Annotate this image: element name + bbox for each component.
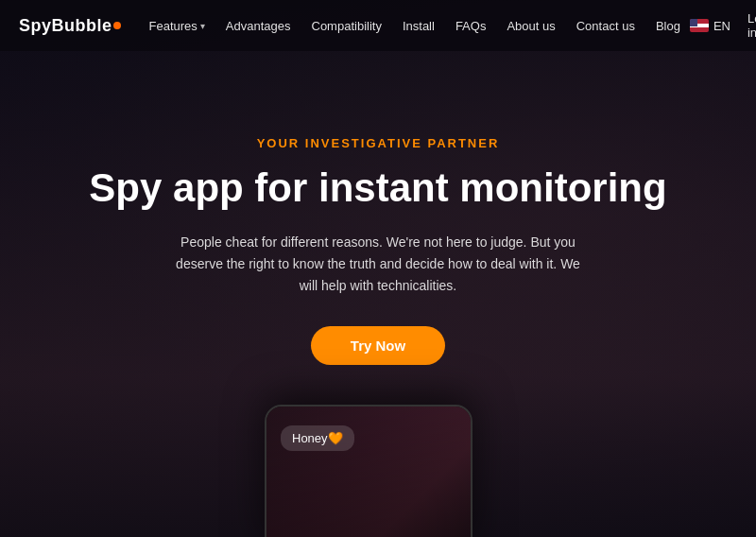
try-now-button-hero[interactable]: Try Now xyxy=(311,326,445,365)
hero-subtitle: YOUR INVESTIGATIVE PARTNER xyxy=(257,136,500,150)
hero-description: People cheat for different reasons. We'r… xyxy=(170,232,586,297)
nav-faqs[interactable]: FAQs xyxy=(446,13,496,39)
login-link[interactable]: Log in xyxy=(740,6,756,45)
nav-blog[interactable]: Blog xyxy=(646,13,690,39)
nav-right: EN Log in Try Now xyxy=(690,6,756,45)
brand-logo[interactable]: SpyBubble xyxy=(19,16,121,36)
hero-section: YOUR INVESTIGATIVE PARTNER Spy app for i… xyxy=(0,51,756,365)
nav-advantages[interactable]: Advantages xyxy=(216,13,301,39)
brand-name: SpyBubble xyxy=(19,16,112,36)
phone-chat-bubble: Honey🧡 xyxy=(281,425,354,451)
nav-links: Features ▾ Advantages Compatibility Inst… xyxy=(140,13,690,39)
phone-mockup: Honey🧡 xyxy=(265,405,491,537)
hero-title: Spy app for instant monitoring xyxy=(89,165,666,211)
phone-screen: Honey🧡 xyxy=(266,407,471,537)
language-label: EN xyxy=(713,19,730,33)
nav-install[interactable]: Install xyxy=(393,13,444,39)
chevron-down-icon: ▾ xyxy=(200,21,205,31)
language-selector[interactable]: EN xyxy=(690,19,730,33)
chat-contact-name: Honey🧡 xyxy=(292,431,343,445)
phone-body: Honey🧡 xyxy=(265,405,472,537)
nav-contact[interactable]: Contact us xyxy=(567,13,644,39)
nav-compatibility[interactable]: Compatibility xyxy=(302,13,391,39)
nav-about[interactable]: About us xyxy=(497,13,564,39)
navbar: SpyBubble Features ▾ Advantages Compatib… xyxy=(0,0,756,51)
brand-dot xyxy=(113,22,121,29)
flag-icon xyxy=(690,19,709,32)
nav-features[interactable]: Features ▾ xyxy=(140,13,215,39)
